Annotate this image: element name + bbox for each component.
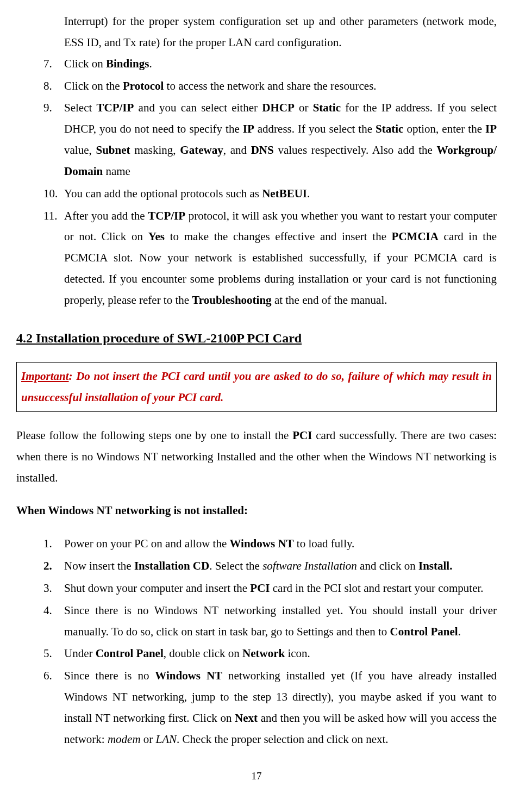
bottom-ordered-list: 1. Power on your PC on and allow the Win… — [43, 533, 497, 749]
important-label: Important — [21, 370, 69, 383]
intro-paragraph: Please follow the following steps one by… — [16, 425, 497, 489]
list-item-8: 8. Click on the Protocol to access the n… — [43, 76, 497, 97]
list-number: 9. — [43, 97, 64, 182]
list-number: 7. — [43, 53, 64, 74]
list-item-10: 10. You can add the optional protocols s… — [43, 183, 497, 204]
section-heading: 4.2 Installation procedure of SWL-2100P … — [16, 326, 497, 350]
important-text: : Do not insert the PCI card until you a… — [21, 370, 492, 404]
list-number: 2. — [43, 555, 64, 577]
list-body: Shut down your computer and insert the P… — [64, 578, 497, 599]
list-number: 8. — [43, 76, 64, 97]
sub-heading: When Windows NT networking is not instal… — [16, 500, 497, 521]
list-body: Under Control Panel, double click on Net… — [64, 643, 497, 664]
list-body: Now insert the Installation CD. Select t… — [64, 555, 497, 577]
important-callout: Important: Do not insert the PCI card un… — [16, 362, 497, 412]
list-item-9: 9. Select TCP/IP and you can select eith… — [43, 97, 497, 182]
list-body: Click on Bindings. — [64, 53, 497, 74]
page-number: 17 — [16, 766, 497, 785]
list-body: Since there is no Windows NT networking … — [64, 600, 497, 642]
list-item-11: 11. After you add the TCP/IP protocol, i… — [43, 205, 497, 311]
list-number: 11. — [43, 205, 64, 311]
list-body: Power on your PC on and allow the Window… — [64, 533, 497, 554]
list-body: You can add the optional protocols such … — [64, 183, 497, 204]
list-number: 5. — [43, 643, 64, 664]
top-ordered-list: 7. Click on Bindings. 8. Click on the Pr… — [43, 53, 497, 311]
list-number: 6. — [43, 665, 64, 749]
list-number: 4. — [43, 600, 64, 642]
list-item-5: 5. Under Control Panel, double click on … — [43, 643, 497, 664]
list-number: 10. — [43, 183, 64, 204]
list-item-continuation: Interrupt) for the proper system configu… — [64, 11, 497, 53]
list-item-3: 3. Shut down your computer and insert th… — [43, 578, 497, 599]
list-number: 3. — [43, 578, 64, 599]
list-number: 1. — [43, 533, 64, 554]
list-body: Select TCP/IP and you can select either … — [64, 97, 497, 182]
list-item-1: 1. Power on your PC on and allow the Win… — [43, 533, 497, 554]
list-item-7: 7. Click on Bindings. — [43, 53, 497, 74]
list-item-6: 6. Since there is no Windows NT networki… — [43, 665, 497, 749]
list-body: After you add the TCP/IP protocol, it wi… — [64, 205, 497, 311]
list-body: Click on the Protocol to access the netw… — [64, 76, 497, 97]
list-item-4: 4. Since there is no Windows NT networki… — [43, 600, 497, 642]
list-body: Since there is no Windows NT networking … — [64, 665, 497, 749]
list-item-2: 2. Now insert the Installation CD. Selec… — [43, 555, 497, 577]
